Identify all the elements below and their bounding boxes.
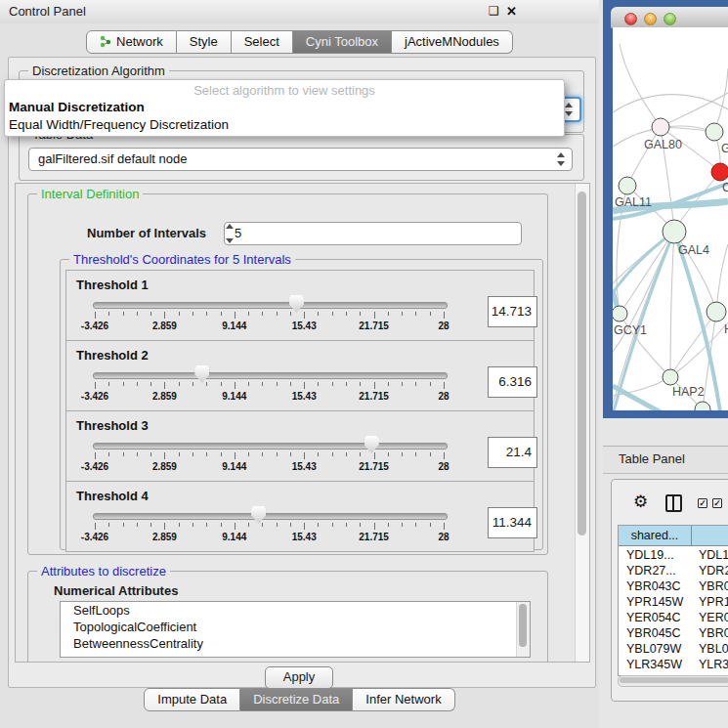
threshold-slider[interactable]: -3.4262.8599.14415.4321.71528 <box>66 271 534 340</box>
number-of-intervals-spinner[interactable]: 5 <box>224 222 522 245</box>
slider-tick <box>137 312 138 316</box>
network-node[interactable] <box>711 163 728 181</box>
checkbox-icon[interactable]: ✓ <box>698 498 707 508</box>
tab-select[interactable]: Select <box>232 30 293 54</box>
attribute-list-item[interactable]: BetweennessCentrality <box>61 635 530 652</box>
table-cell: YLR345W <box>626 657 682 672</box>
numerical-attributes-list[interactable]: SelfLoopsTopologicalCoefficientBetweenne… <box>60 601 531 658</box>
table-row[interactable]: YPR145WYPR1 <box>619 594 728 610</box>
algorithm-option[interactable]: Manual Discretization <box>5 99 564 116</box>
list-scrollbar[interactable] <box>516 602 530 657</box>
float-window-icon[interactable]: ❑ <box>489 4 499 18</box>
slider-tick <box>108 382 109 386</box>
table-row[interactable]: YDL19...YDL1 <box>619 547 728 563</box>
minimize-traffic-light-icon[interactable] <box>644 13 657 25</box>
threshold-slider[interactable]: -3.4262.8599.14415.4321.71528 <box>66 411 534 481</box>
table-cell: YER054C <box>626 610 681 625</box>
slider-tick-label: 21.715 <box>359 461 389 472</box>
table-column-header[interactable]: na <box>692 526 728 546</box>
tab-infer-network[interactable]: Infer Network <box>353 688 454 711</box>
panel-scrollbar-thumb[interactable] <box>578 192 586 535</box>
network-window-titlebar[interactable] <box>611 7 728 28</box>
table-row[interactable]: YBR043CYBR0 <box>619 578 728 594</box>
table-row[interactable]: YLR345WYLR3 <box>619 657 728 672</box>
tab-cyni-toolbox[interactable]: Cyni Toolbox <box>293 30 392 54</box>
tab-discretize-data[interactable]: Discretize Data <box>240 688 353 711</box>
slider-track[interactable] <box>93 513 448 520</box>
slider-tick <box>150 523 151 527</box>
attribute-list-item[interactable]: TopologicalCoefficient <box>61 619 530 635</box>
table-horizontal-scrollbar[interactable] <box>618 675 728 687</box>
threshold-value-field[interactable]: 6.316 <box>488 366 537 398</box>
attribute-list-item[interactable]: SelfLoops <box>61 602 530 619</box>
slider-track[interactable] <box>93 372 448 379</box>
algorithm-option[interactable]: Equal Width/Frequency Discretization <box>5 116 564 134</box>
network-node[interactable] <box>663 220 686 243</box>
network-node[interactable] <box>663 369 678 385</box>
slider-track[interactable] <box>93 302 448 309</box>
network-node[interactable] <box>707 302 726 321</box>
tab-impute-data[interactable]: Impute Data <box>144 688 240 711</box>
node-attribute-table[interactable]: shared...na YDL19...YDL1YDR27...YDR2YBR0… <box>618 525 728 676</box>
threshold-slider[interactable]: -3.4262.8599.14415.4321.71528 <box>66 482 534 551</box>
slider-tick <box>318 523 319 527</box>
tab-style[interactable]: Style <box>177 30 232 54</box>
slider-tick <box>95 312 96 319</box>
slider-tick <box>262 382 263 386</box>
network-node[interactable] <box>706 123 723 141</box>
slider-tick <box>360 382 361 386</box>
slider-tick <box>332 452 333 456</box>
network-canvas[interactable]: GAL80GACGAL11GAL4GCY1HHAP2 <box>613 27 728 410</box>
tab-network[interactable]: Network <box>86 30 177 54</box>
slider-thumb[interactable] <box>194 365 209 383</box>
slider-tick <box>374 452 375 459</box>
slider-tick <box>108 312 109 316</box>
slider-tick <box>164 382 165 389</box>
table-column-header[interactable]: shared... <box>619 526 692 546</box>
slider-tick <box>221 452 222 456</box>
table-row[interactable]: YDR27...YDR2 <box>619 563 728 578</box>
threshold-slider[interactable]: -3.4262.8599.14415.4321.71528 <box>66 341 534 410</box>
slider-tick <box>150 382 151 386</box>
table-hscroll-thumb[interactable] <box>620 677 728 683</box>
table-cell: YPR1 <box>699 594 728 610</box>
threshold-value-field[interactable]: 14.713 <box>488 296 537 327</box>
table-row[interactable]: YER054CYER0 <box>619 610 728 625</box>
network-node[interactable] <box>619 177 636 194</box>
slider-tick <box>137 382 138 386</box>
slider-tick <box>430 382 431 386</box>
threshold-value-field[interactable]: 11.344 <box>488 507 537 538</box>
thresholds-group-label: Threshold's Coordinates for 5 Intervals <box>69 252 295 267</box>
slider-thumb[interactable] <box>364 436 379 453</box>
close-traffic-light-icon[interactable] <box>624 13 637 25</box>
slider-tick <box>332 312 333 316</box>
attributes-group: Attributes to discretize Numerical Attri… <box>27 571 548 663</box>
network-node[interactable] <box>613 306 627 321</box>
table-row[interactable]: YBR045CYBR0 <box>619 625 728 641</box>
table-data-select[interactable]: galFiltered.sif default node <box>28 148 573 171</box>
table-cell: YBR0 <box>699 625 728 641</box>
gear-icon[interactable]: ⚙ <box>633 492 648 512</box>
slider-track[interactable] <box>93 443 448 450</box>
tab-jactivemnodules[interactable]: jActiveMNodules <box>392 30 513 54</box>
network-node[interactable] <box>652 118 669 136</box>
slider-tick <box>108 452 109 456</box>
slider-tick <box>95 523 96 530</box>
network-node[interactable] <box>695 402 710 410</box>
slider-thumb[interactable] <box>289 295 304 313</box>
slider-tick <box>206 523 207 527</box>
slider-tick <box>346 452 347 456</box>
close-icon[interactable]: ✕ <box>506 4 517 19</box>
split-column-icon[interactable] <box>665 494 682 512</box>
apply-button[interactable]: Apply <box>265 666 333 689</box>
table-row[interactable]: YBL079WYBL0 <box>619 641 728 657</box>
tab-label: Select <box>244 34 279 49</box>
slider-thumb[interactable] <box>251 506 266 524</box>
slider-tick <box>193 523 193 527</box>
zoom-traffic-light-icon[interactable] <box>664 13 676 25</box>
checkbox-icon[interactable]: ✓ <box>712 498 722 508</box>
list-scrollbar-thumb[interactable] <box>519 604 527 647</box>
slider-tick <box>95 382 96 389</box>
threshold-value-field[interactable]: 21.4 <box>488 437 537 468</box>
panel-scrollbar[interactable] <box>575 184 589 662</box>
